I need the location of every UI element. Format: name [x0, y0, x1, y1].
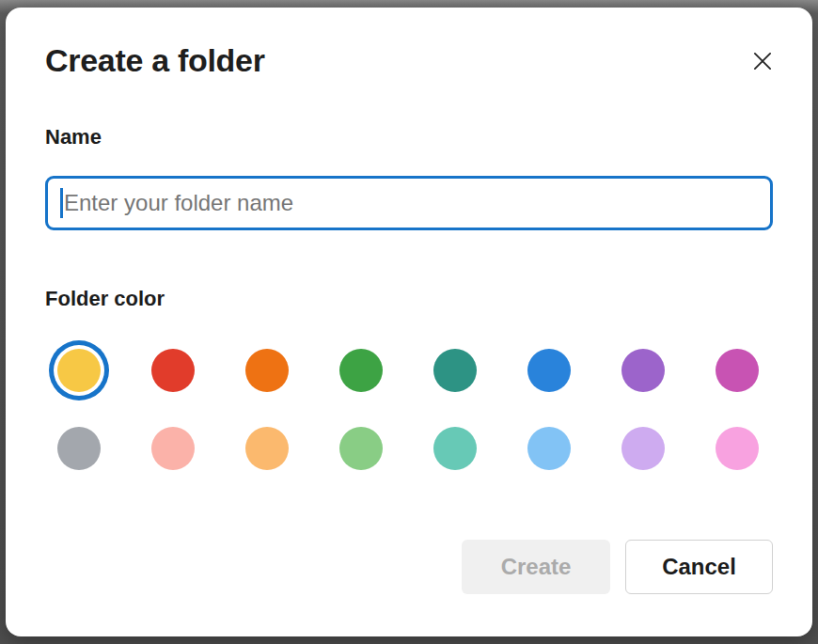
- dialog-header: Create a folder: [45, 41, 773, 80]
- color-swatch-magenta[interactable]: [716, 349, 759, 392]
- color-swatch-peach[interactable]: [245, 427, 289, 470]
- color-swatch-green[interactable]: [339, 349, 383, 392]
- color-swatch-light-green[interactable]: [339, 427, 383, 470]
- color-swatch-salmon[interactable]: [151, 427, 195, 470]
- color-swatch-grid: [45, 349, 759, 470]
- close-icon: [750, 62, 775, 76]
- color-swatch-gray[interactable]: [57, 427, 101, 470]
- color-swatch-purple[interactable]: [621, 349, 665, 392]
- color-swatch-red[interactable]: [151, 349, 195, 392]
- name-input-wrap: [45, 176, 773, 230]
- color-swatch-yellow[interactable]: [57, 349, 101, 392]
- create-button[interactable]: Create: [462, 540, 610, 594]
- color-swatch-mint[interactable]: [433, 427, 477, 470]
- close-button[interactable]: [748, 47, 777, 75]
- color-swatch-orange[interactable]: [245, 349, 289, 392]
- dialog-title: Create a folder: [45, 41, 265, 80]
- folder-name-input[interactable]: [45, 176, 773, 230]
- color-swatch-lavender[interactable]: [621, 427, 665, 470]
- dialog-footer: Create Cancel: [45, 540, 773, 594]
- color-swatch-pink[interactable]: [716, 427, 759, 470]
- color-swatch-teal[interactable]: [433, 349, 477, 392]
- create-folder-dialog: Create a folder Name Folder color Create…: [6, 8, 812, 636]
- color-swatch-light-blue[interactable]: [527, 427, 571, 470]
- color-swatch-blue[interactable]: [527, 349, 571, 392]
- text-cursor: [60, 188, 63, 218]
- name-label: Name: [45, 123, 773, 151]
- folder-color-label: Folder color: [45, 285, 773, 313]
- cancel-button[interactable]: Cancel: [625, 540, 773, 594]
